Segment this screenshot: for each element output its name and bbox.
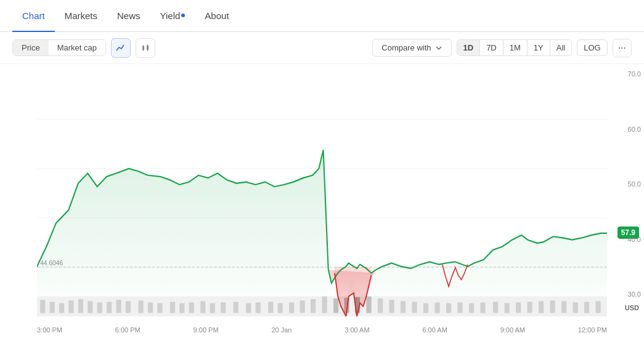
svg-rect-14 <box>50 302 55 313</box>
svg-rect-47 <box>401 301 406 313</box>
tab-chart[interactable]: Chart <box>12 0 55 32</box>
x-label-300am: 3:00 AM <box>344 326 369 334</box>
x-label-600am: 6:00 AM <box>422 326 447 334</box>
more-options-button[interactable]: ··· <box>613 39 632 57</box>
yield-dot-indicator <box>181 14 185 17</box>
x-label-900am: 9:00 AM <box>500 326 525 334</box>
svg-rect-58 <box>528 302 532 313</box>
svg-rect-27 <box>179 303 184 313</box>
x-label-20jan: 20 Jan <box>271 326 291 334</box>
log-scale-button[interactable]: LOG <box>577 39 607 56</box>
candle-chart-icon-button[interactable] <box>136 38 155 58</box>
svg-rect-45 <box>378 299 383 313</box>
svg-rect-62 <box>573 302 578 313</box>
svg-rect-31 <box>221 302 226 313</box>
svg-rect-25 <box>157 303 162 313</box>
svg-rect-0 <box>142 46 144 50</box>
marketcap-button[interactable]: Market cap <box>49 40 105 55</box>
svg-rect-60 <box>550 300 555 313</box>
svg-text:44.6046: 44.6046 <box>40 259 63 267</box>
tab-news[interactable]: News <box>107 0 150 32</box>
svg-rect-36 <box>278 303 283 313</box>
svg-rect-54 <box>480 302 485 313</box>
tab-yield[interactable]: Yield <box>150 0 195 32</box>
svg-rect-49 <box>423 303 428 313</box>
chart-area: 44.6046 CoinMarketCap 57.9 70.0 60.0 50.… <box>37 70 607 316</box>
svg-rect-19 <box>97 302 102 313</box>
price-chart-svg: 44.6046 CoinMarketCap <box>37 70 607 316</box>
line-chart-icon-button[interactable] <box>111 38 131 58</box>
svg-rect-56 <box>505 303 510 313</box>
compare-with-dropdown[interactable]: Compare with <box>372 39 451 57</box>
x-label-1200pm: 12:00 PM <box>578 326 607 334</box>
svg-rect-3 <box>147 46 149 50</box>
time-1d-button[interactable]: 1D <box>457 40 481 55</box>
svg-rect-37 <box>289 302 294 313</box>
svg-rect-18 <box>88 301 92 313</box>
x-label-600pm: 6:00 PM <box>115 326 141 334</box>
svg-rect-13 <box>40 300 45 313</box>
svg-rect-26 <box>170 302 175 313</box>
svg-rect-61 <box>561 301 566 313</box>
svg-rect-40 <box>322 297 327 313</box>
svg-rect-46 <box>389 300 394 313</box>
svg-rect-57 <box>516 302 521 313</box>
svg-rect-51 <box>446 303 451 313</box>
svg-rect-50 <box>434 302 439 313</box>
svg-rect-59 <box>539 301 544 313</box>
top-navigation: Chart Markets News Yield About <box>0 0 644 32</box>
svg-rect-22 <box>126 301 131 313</box>
svg-rect-38 <box>300 300 305 313</box>
chart-container: 44.6046 CoinMarketCap 57.9 70.0 60.0 50.… <box>0 64 644 341</box>
tab-markets[interactable]: Markets <box>55 0 107 32</box>
y-label-30: 30.0 <box>628 291 641 298</box>
svg-rect-53 <box>469 303 474 313</box>
svg-rect-16 <box>68 300 73 313</box>
line-chart-icon <box>116 43 126 53</box>
svg-rect-20 <box>107 302 112 313</box>
y-label-50: 50.0 <box>628 180 641 188</box>
x-label-900pm: 9:00 PM <box>194 326 219 334</box>
time-1y-button[interactable]: 1Y <box>528 40 550 55</box>
svg-rect-63 <box>584 302 589 313</box>
price-button[interactable]: Price <box>13 40 49 55</box>
svg-rect-28 <box>189 302 194 313</box>
svg-rect-55 <box>493 302 498 313</box>
svg-rect-24 <box>148 302 153 313</box>
time-range-group: 1D 7D 1M 1Y All <box>457 39 573 56</box>
time-7d-button[interactable]: 7D <box>480 40 503 55</box>
tab-about[interactable]: About <box>195 0 238 32</box>
svg-rect-15 <box>59 303 64 313</box>
svg-rect-17 <box>78 299 83 313</box>
time-all-button[interactable]: All <box>550 40 571 55</box>
y-label-60: 60.0 <box>628 126 641 133</box>
svg-rect-64 <box>596 301 601 313</box>
y-axis: 70.0 60.0 50.0 40.0 30.0 <box>628 70 641 298</box>
x-axis: 3:00 PM 6:00 PM 9:00 PM 20 Jan 3:00 AM 6… <box>37 326 607 334</box>
current-price-badge: 57.9 <box>618 227 639 239</box>
svg-rect-29 <box>200 301 205 313</box>
x-label-300pm: 3:00 PM <box>37 326 62 334</box>
svg-rect-41 <box>333 299 338 313</box>
svg-rect-32 <box>234 302 238 313</box>
svg-rect-23 <box>138 300 143 313</box>
svg-rect-39 <box>311 299 316 313</box>
chevron-down-icon <box>435 44 442 52</box>
svg-rect-30 <box>210 303 215 313</box>
y-label-70: 70.0 <box>628 70 641 78</box>
svg-rect-48 <box>412 302 417 313</box>
svg-rect-52 <box>457 302 462 313</box>
time-1m-button[interactable]: 1M <box>503 40 528 55</box>
usd-label: USD <box>625 304 639 311</box>
svg-rect-33 <box>246 303 251 313</box>
svg-rect-44 <box>366 297 371 313</box>
svg-rect-34 <box>256 302 261 313</box>
candle-chart-icon <box>141 43 150 53</box>
svg-rect-21 <box>116 300 121 313</box>
price-marketcap-toggle: Price Market cap <box>12 39 106 56</box>
svg-rect-35 <box>268 302 273 313</box>
chart-toolbar: Price Market cap Compare with 1D 7D 1M 1… <box>0 32 644 64</box>
